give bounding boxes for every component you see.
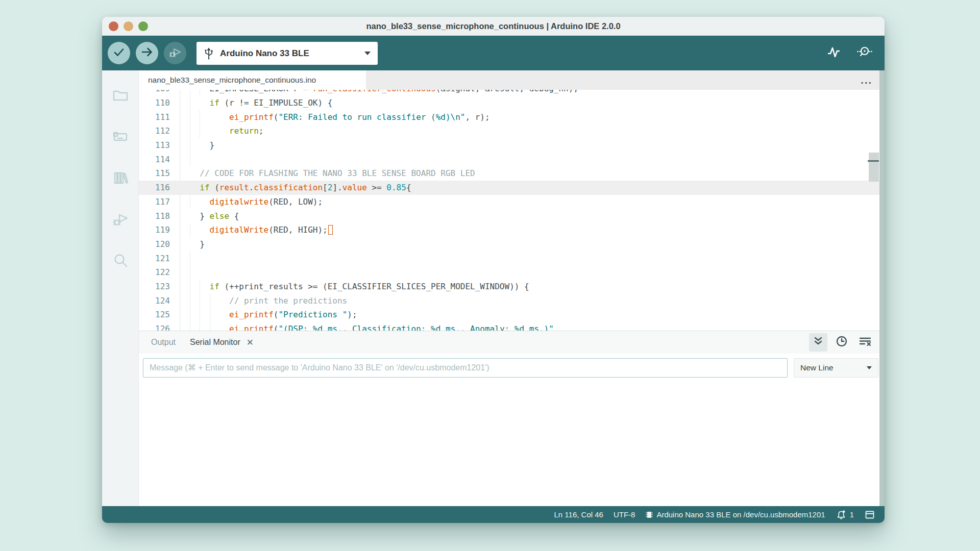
- indent-guide: [190, 251, 190, 265]
- serial-message-input[interactable]: [143, 358, 788, 378]
- code-line-125[interactable]: 125 ei_printf("Predictions ");: [139, 308, 885, 322]
- code-line-115[interactable]: 115 // CODE FOR FLASHING THE NANO 33 BLE…: [139, 166, 885, 181]
- tab-output[interactable]: Output: [144, 338, 183, 347]
- code-lines: 109 EI_IMPULSE_ERROR r = run_classifier_…: [139, 90, 885, 331]
- line-number: 119: [139, 225, 180, 235]
- code-line-123[interactable]: 123 if (++print_results >= (EI_CLASSIFIE…: [139, 280, 885, 294]
- line-ending-dropdown[interactable]: New Line: [794, 358, 878, 378]
- indent-guide: [190, 280, 190, 294]
- main-area: nano_ble33_sense_microphone_continuous.i…: [139, 70, 885, 506]
- overview-current-line-marker: [868, 160, 879, 162]
- sidebar-item-sketchbook[interactable]: [102, 76, 138, 117]
- line-number: 124: [139, 296, 180, 306]
- code-text: ei_printf("ERR: Failed to run classifier…: [190, 112, 490, 122]
- bottom-panel-tabbar: Output Serial Monitor ✕: [139, 331, 885, 354]
- line-number: 112: [139, 126, 180, 136]
- code-text: return;: [190, 126, 264, 136]
- editor-right-strip: [879, 70, 885, 506]
- upload-arrow-icon: [140, 45, 154, 61]
- code-line-117[interactable]: 117 digitalwrite(RED, LOW);: [139, 195, 885, 209]
- code-text: EI_IMPULSE_ERROR r = run_classifier_cont…: [190, 90, 578, 93]
- code-line-110[interactable]: 110 if (r != EI_IMPULSE_OK) {: [139, 96, 885, 110]
- code-line-124[interactable]: 124 // print the predictions: [139, 293, 885, 308]
- debug-icon: [168, 45, 182, 61]
- code-editor[interactable]: 109 EI_IMPULSE_ERROR r = run_classifier_…: [139, 90, 885, 331]
- tab-sketch-file[interactable]: nano_ble33_sense_microphone_continuous.i…: [139, 70, 366, 90]
- line-number: 116: [139, 183, 180, 192]
- notifications-indicator[interactable]: 1: [836, 509, 854, 520]
- code-line-112[interactable]: 112 return;: [139, 124, 885, 138]
- titlebar[interactable]: nano_ble33_sense_microphone_continuous |…: [102, 17, 885, 36]
- clear-output-button[interactable]: [856, 333, 874, 352]
- serial-monitor-button[interactable]: [855, 44, 873, 62]
- panel-toggle-icon: [864, 509, 875, 520]
- close-window-button[interactable]: [109, 21, 118, 31]
- board-selector-dropdown[interactable]: Arduino Nano 33 BLE: [197, 42, 378, 65]
- status-bar: Ln 116, Col 46 UTF-8 Arduino Nano 33 BLE…: [102, 506, 885, 523]
- code-line-114[interactable]: 114: [139, 152, 885, 166]
- arduino-ide-window: nano_ble33_sense_microphone_continuous |…: [102, 17, 885, 523]
- code-line-118[interactable]: 118 } else {: [139, 209, 885, 223]
- editor-scrollbar-thumb[interactable]: [869, 153, 879, 182]
- code-line-121[interactable]: 121: [139, 251, 885, 265]
- sidebar-item-debug[interactable]: [102, 199, 138, 241]
- indent-guide: [210, 322, 210, 331]
- indent-guide: [190, 322, 190, 331]
- tab-serial-monitor[interactable]: Serial Monitor ✕: [183, 337, 261, 348]
- line-number: 115: [139, 168, 180, 178]
- indent-guide: [190, 265, 190, 280]
- line-number: 109: [139, 90, 180, 93]
- indent-guide: [190, 195, 190, 209]
- library-manager-icon: [111, 169, 130, 189]
- indent-guide: [200, 110, 200, 124]
- code-line-113[interactable]: 113 }: [139, 138, 885, 153]
- indent-guide: [200, 322, 200, 331]
- notification-count: 1: [850, 510, 854, 519]
- code-text: }: [190, 239, 205, 249]
- indent-guide: [200, 124, 200, 138]
- code-text: ei_printf("Predictions ");: [190, 310, 357, 319]
- chevron-down-icon: [867, 366, 872, 369]
- upload-button[interactable]: [136, 42, 158, 64]
- sidebar-item-library-manager[interactable]: [102, 158, 138, 199]
- sidebar-item-boards-manager[interactable]: [102, 117, 138, 158]
- indent-guide: [200, 280, 200, 294]
- indent-guide: [190, 110, 190, 124]
- code-line-116[interactable]: 116 if (result.classification[2].value >…: [139, 181, 885, 195]
- close-icon[interactable]: ✕: [247, 337, 254, 348]
- collapse-panel-button[interactable]: [809, 333, 827, 352]
- indent-guide: [210, 308, 210, 322]
- toolbar: Arduino Nano 33 BLE: [102, 36, 885, 70]
- timestamp-clock-icon: [835, 335, 848, 350]
- activity-sidebar: [102, 70, 139, 506]
- tab-overflow-menu[interactable]: ...: [861, 70, 872, 90]
- code-text: digitalWrite(RED, HIGH);: [190, 225, 333, 235]
- code-line-119[interactable]: 119 digitalWrite(RED, HIGH);: [139, 223, 885, 237]
- line-ending-value: New Line: [800, 363, 834, 372]
- tab-output-label: Output: [151, 338, 176, 346]
- code-line-109[interactable]: 109 EI_IMPULSE_ERROR r = run_classifier_…: [139, 90, 885, 96]
- bell-icon: [836, 509, 847, 520]
- encoding[interactable]: UTF-8: [614, 510, 635, 519]
- serial-monitor-output[interactable]: [139, 382, 885, 489]
- serial-plotter-button[interactable]: [824, 44, 843, 62]
- code-line-111[interactable]: 111 ei_printf("ERR: Failed to run classi…: [139, 110, 885, 124]
- code-line-122[interactable]: 122: [139, 265, 885, 280]
- line-number: 117: [139, 197, 180, 207]
- chevron-down-icon: [364, 52, 371, 55]
- zoom-window-button[interactable]: [138, 21, 148, 31]
- toggle-timestamp-button[interactable]: [832, 333, 851, 352]
- sidebar-item-search[interactable]: [102, 241, 138, 282]
- toggle-panel-button[interactable]: [864, 509, 875, 520]
- minimize-window-button[interactable]: [124, 21, 133, 31]
- code-line-120[interactable]: 120 }: [139, 237, 885, 252]
- code-text: // print the predictions: [190, 296, 347, 306]
- connected-board[interactable]: Arduino Nano 33 BLE on /dev/cu.usbmodem1…: [645, 510, 825, 520]
- code-line-126[interactable]: 126 ei_printf("(DSP: %d ms., Classificat…: [139, 322, 885, 331]
- code-text: digitalwrite(RED, LOW);: [190, 197, 323, 207]
- line-number: 110: [139, 98, 180, 108]
- connected-board-label: Arduino Nano 33 BLE on /dev/cu.usbmodem1…: [656, 510, 825, 519]
- usb-icon: [204, 47, 214, 60]
- verify-button[interactable]: [108, 42, 130, 64]
- cursor-position[interactable]: Ln 116, Col 46: [554, 510, 603, 519]
